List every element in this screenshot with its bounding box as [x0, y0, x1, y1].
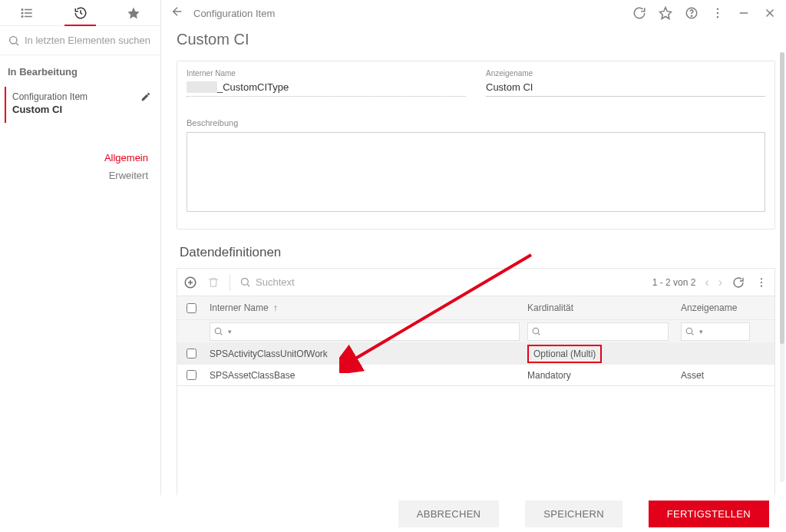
delete-button[interactable] — [206, 276, 220, 289]
finish-button[interactable]: FERTIGSTELLEN — [649, 501, 769, 527]
svg-point-14 — [215, 328, 221, 334]
col-display-name[interactable]: Anzeigename — [681, 302, 774, 313]
row-checkbox[interactable] — [187, 370, 196, 380]
form-panel: Interner Name xxxx_CustomCIType Anzeigen… — [177, 61, 775, 230]
cancel-button[interactable]: ABBRECHEN — [398, 501, 500, 527]
sidebar: In Bearbeitung Configuration Item Custom… — [0, 0, 161, 495]
svg-point-0 — [21, 8, 23, 10]
svg-point-6 — [717, 8, 718, 10]
svg-point-10 — [242, 279, 249, 286]
star-outline-icon[interactable] — [659, 6, 672, 20]
grid-refresh[interactable] — [732, 276, 745, 289]
refresh-icon[interactable] — [632, 6, 646, 20]
svg-point-1 — [21, 12, 23, 14]
history-icon — [74, 6, 88, 20]
add-button[interactable] — [183, 276, 197, 289]
cell-cardinality-highlighted: Optional (Multi) — [527, 345, 602, 363]
svg-point-16 — [686, 328, 692, 334]
filter-cardinality[interactable] — [527, 322, 669, 341]
grid-search-input[interactable] — [256, 276, 385, 288]
sort-asc-icon: ↑ — [273, 302, 278, 313]
grid-header: Interner Name ↑ Kardinalität Anzeigename — [177, 296, 774, 319]
svg-point-11 — [761, 278, 762, 279]
grid-section-title: Datendefinitionen — [177, 245, 775, 268]
row-checkbox[interactable] — [187, 349, 196, 359]
chevron-down-icon: ▾ — [228, 328, 232, 335]
cell-display-name: Asset — [681, 370, 774, 381]
description-label: Beschreibung — [187, 118, 765, 127]
plus-circle-icon — [183, 276, 197, 289]
table-row[interactable]: SPSActivityClassUnitOfWork Optional (Mul… — [177, 342, 774, 364]
grid-select-all[interactable] — [187, 303, 196, 313]
svg-point-3 — [10, 36, 17, 43]
internal-name-label: Interner Name — [187, 69, 466, 78]
sidebar-item-config[interactable]: Configuration Item Custom CI — [0, 87, 160, 123]
main-panel: Configuration Item Custom CI Interner Na… — [161, 0, 786, 495]
scrollbar-thumb[interactable] — [780, 52, 784, 344]
cell-internal-name: SPSAssetClassBase — [205, 370, 527, 381]
breadcrumb: Configuration Item — [193, 8, 275, 19]
col-internal-name[interactable]: Interner Name — [210, 302, 269, 313]
more-vert-icon[interactable] — [711, 6, 725, 20]
minimize-icon[interactable] — [737, 6, 751, 20]
sidebar-tab-favorites[interactable] — [107, 0, 160, 25]
sidebar-item-title: Configuration Item — [12, 91, 88, 102]
grid-empty-area — [177, 386, 775, 495]
sidebar-search-input[interactable] — [25, 35, 154, 46]
data-grid: Interner Name ↑ Kardinalität Anzeigename… — [177, 296, 775, 386]
sidebar-search[interactable] — [0, 26, 160, 55]
grid-search[interactable] — [239, 276, 385, 288]
grid-pager: 1 - 2 von 2 — [652, 277, 696, 288]
help-icon[interactable] — [685, 6, 698, 20]
search-icon — [239, 276, 251, 288]
save-button[interactable]: SPEICHERN — [525, 501, 623, 527]
col-cardinality[interactable]: Kardinalität — [527, 302, 681, 313]
sidebar-tab-history[interactable] — [54, 0, 107, 25]
search-icon — [685, 326, 695, 336]
sidebar-item-subtitle: Custom CI — [12, 104, 88, 115]
svg-point-12 — [761, 281, 762, 283]
internal-name-field[interactable]: xxxx_CustomCIType — [187, 79, 466, 97]
table-row[interactable]: SPSAssetClassBase Mandatory Asset — [177, 364, 774, 385]
filter-display-name[interactable]: ▾ — [681, 322, 750, 341]
arrow-left-icon — [170, 5, 184, 18]
footer: ABBRECHEN SPEICHERN FERTIGSTELLEN — [161, 495, 786, 532]
trash-icon — [207, 276, 220, 289]
page-title: Custom CI — [161, 26, 786, 61]
sidebar-tab-list[interactable] — [0, 0, 54, 25]
content-scroll[interactable]: Interner Name xxxx_CustomCIType Anzeigen… — [161, 61, 786, 495]
close-icon[interactable] — [763, 6, 777, 20]
svg-point-15 — [533, 328, 539, 334]
description-field[interactable] — [187, 132, 765, 212]
top-bar: Configuration Item — [161, 0, 786, 26]
sidebar-heading: In Bearbeitung — [0, 55, 160, 87]
svg-point-2 — [21, 15, 23, 17]
svg-point-7 — [717, 12, 718, 14]
pager-prev[interactable]: ‹ — [705, 276, 708, 289]
back-button[interactable] — [170, 5, 184, 21]
svg-point-13 — [761, 285, 762, 286]
cell-cardinality: Mandatory — [527, 370, 681, 381]
search-icon — [213, 326, 223, 336]
display-name-field[interactable] — [486, 79, 765, 97]
chevron-down-icon: ▾ — [699, 328, 703, 335]
grid-more[interactable] — [755, 276, 768, 289]
sidebar-tabs — [0, 0, 160, 26]
sidebar-sub-advanced[interactable]: Erweitert — [0, 167, 160, 184]
list-icon — [20, 6, 34, 20]
grid-toolbar: 1 - 2 von 2 ‹ › — [177, 268, 775, 296]
search-icon — [8, 35, 20, 47]
pager-next[interactable]: › — [718, 276, 722, 289]
refresh-icon — [732, 276, 745, 289]
internal-name-value: _CustomCIType — [217, 81, 289, 93]
filter-internal-name[interactable]: ▾ — [210, 322, 520, 341]
edit-icon[interactable] — [140, 91, 151, 105]
grid-filter-row: ▾ ▾ — [177, 319, 774, 342]
more-vert-icon — [755, 276, 768, 289]
svg-point-5 — [691, 15, 692, 16]
sidebar-sub-general[interactable]: Allgemein — [0, 149, 160, 167]
cell-internal-name: SPSActivityClassUnitOfWork — [205, 349, 527, 359]
star-icon — [127, 6, 140, 20]
scrollbar[interactable] — [780, 52, 784, 482]
obscured-prefix: xxxx — [187, 81, 217, 93]
